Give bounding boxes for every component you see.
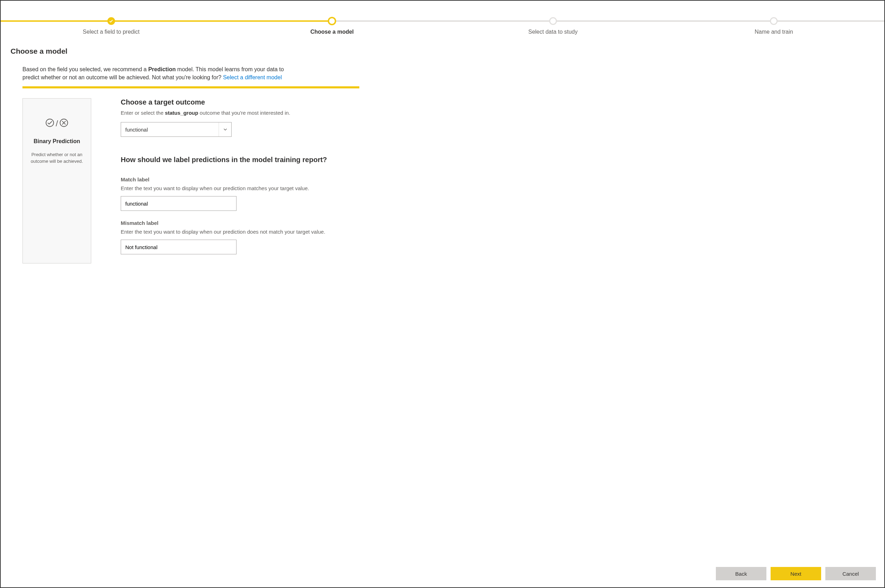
combobox-value: functional (121, 127, 219, 133)
step-label: Select data to study (442, 29, 664, 35)
mismatch-label-help: Enter the text you want to display when … (121, 229, 366, 235)
accent-bar (22, 86, 359, 88)
checkmark-icon (107, 17, 115, 25)
labels-heading: How should we label predictions in the m… (121, 156, 366, 164)
wizard-footer: Back Next Cancel (1, 561, 884, 587)
form-section: Choose a target outcome Enter or select … (121, 98, 366, 264)
svg-point-0 (46, 119, 54, 127)
match-label: Match label (121, 177, 366, 182)
step-label: Name and train (664, 29, 885, 35)
target-sub-bold: status_group (165, 110, 198, 116)
intro-prefix: Based on the field you selected, we reco… (22, 66, 148, 72)
step-node-icon (770, 17, 778, 25)
target-outcome-combobox[interactable]: functional (121, 122, 232, 137)
model-card-desc: Predict whether or not an outcome will b… (27, 152, 87, 164)
cancel-button[interactable]: Cancel (825, 567, 876, 580)
intro-bold: Prediction (148, 66, 176, 72)
target-sub-prefix: Enter or select the (121, 110, 165, 116)
model-card-title: Binary Prediction (27, 138, 87, 144)
model-card-icon-row: / (27, 118, 87, 128)
target-outcome-sub: Enter or select the status_group outcome… (121, 110, 366, 116)
match-label-help: Enter the text you want to display when … (121, 185, 366, 191)
step-node-icon (549, 17, 557, 25)
close-circle-icon (59, 118, 68, 128)
mismatch-label-input[interactable] (121, 240, 237, 254)
step-node-current-icon (328, 17, 336, 25)
back-button[interactable]: Back (716, 567, 766, 580)
step-track-fill (1, 20, 335, 22)
match-label-input[interactable] (121, 196, 237, 211)
target-outcome-heading: Choose a target outcome (121, 98, 366, 106)
page-title: Choose a model (10, 47, 874, 56)
model-card[interactable]: / Binary Prediction Predict whether or n… (22, 98, 91, 264)
step-label: Choose a model (222, 29, 443, 35)
step-label: Select a field to predict (1, 29, 222, 35)
chevron-down-icon (219, 123, 231, 136)
wizard-body: Choose a model Based on the field you se… (1, 37, 884, 561)
stepper: Select a field to predict Choose a model… (1, 7, 884, 37)
select-different-model-link[interactable]: Select a different model (223, 74, 282, 80)
target-sub-suffix: outcome that you're most interested in. (198, 110, 290, 116)
mismatch-label: Mismatch label (121, 220, 366, 226)
slash-text: / (56, 119, 58, 128)
next-button[interactable]: Next (771, 567, 821, 580)
wizard-dialog: Select a field to predict Choose a model… (0, 0, 885, 588)
check-circle-icon (45, 118, 54, 128)
intro-text: Based on the field you selected, we reco… (10, 65, 298, 81)
